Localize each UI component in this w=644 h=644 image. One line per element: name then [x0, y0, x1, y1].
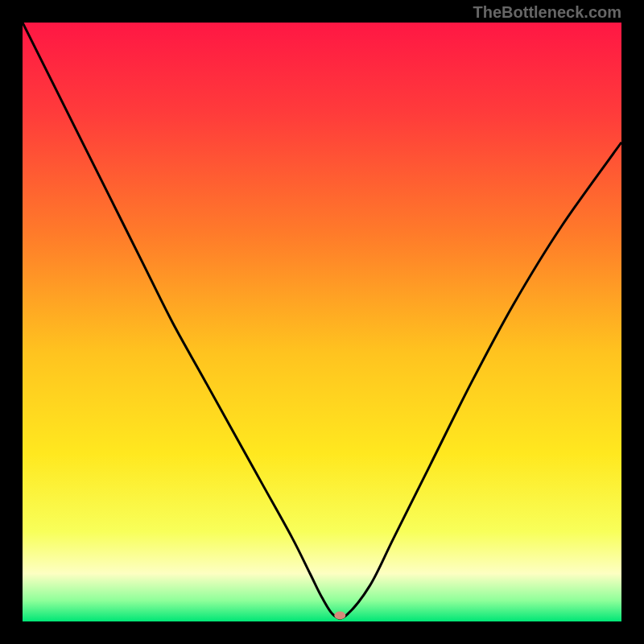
chart-svg: [23, 23, 621, 621]
gradient-background: [23, 23, 621, 621]
chart-frame: TheBottleneck.com: [0, 0, 644, 644]
plot-area: [23, 23, 621, 621]
watermark-text: TheBottleneck.com: [473, 3, 621, 22]
optimal-point-marker: [334, 612, 345, 620]
